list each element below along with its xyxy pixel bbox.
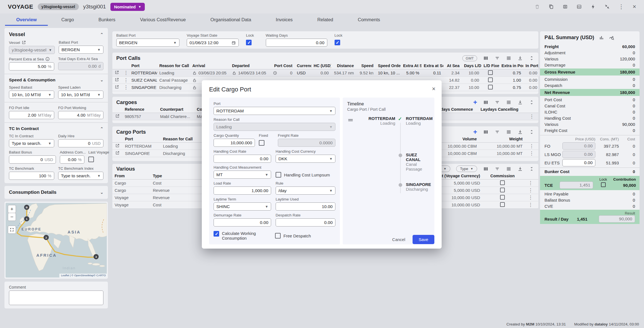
col-port-cost[interactable]: Port Cost: [271, 62, 295, 69]
columns-icon[interactable]: [483, 100, 489, 105]
laytime-used-input[interactable]: 10.00: [276, 202, 335, 211]
open-row-icon[interactable]: [115, 85, 119, 89]
row-density-icon[interactable]: [506, 100, 512, 105]
row-menu-icon[interactable]: ⋮: [529, 143, 534, 149]
columns-icon[interactable]: [483, 166, 489, 172]
fixed-checkbox[interactable]: [259, 140, 264, 146]
ld-fixed-checkbox[interactable]: [488, 70, 493, 75]
lock-icon[interactable]: [192, 71, 197, 75]
port-select[interactable]: ROTTERDAM▼: [214, 107, 335, 115]
expand-chevron-icon[interactable]: ⌄: [100, 190, 103, 195]
col-arrival[interactable]: Arrival: [190, 62, 230, 69]
handling-cost-measurement-select[interactable]: MT▼: [214, 171, 271, 179]
filter-icon[interactable]: [494, 166, 500, 172]
tc-benchmark-index-select[interactable]: Type to search.▼: [58, 172, 103, 180]
drag-handle[interactable]: [348, 118, 353, 122]
col-days-ld[interactable]: Days L/D: [462, 62, 481, 69]
tab-overview[interactable]: Overview: [4, 13, 49, 26]
map-zoom-in-button[interactable]: +: [8, 205, 16, 213]
row-menu-icon[interactable]: ⋮: [528, 202, 533, 207]
col-extra-at-s[interactable]: Extra At S...: [401, 62, 422, 69]
speed-ballast-select[interactable]: 10 kn, 10 MT/d▼: [9, 91, 54, 99]
map-canvas[interactable]: EUROPE ASIA AFRICA Indian B 1 2 3 Leafle…: [6, 203, 107, 278]
col-departed[interactable]: Departed: [230, 62, 271, 69]
line-chart-search-icon[interactable]: [609, 35, 614, 41]
open-in-new-icon[interactable]: [22, 40, 26, 45]
row-menu-icon[interactable]: ⋮: [124, 77, 128, 83]
tab-bunkers[interactable]: Bunkers: [86, 13, 128, 26]
col-distance[interactable]: Distance: [331, 62, 356, 69]
col-extra-at-sea[interactable]: Extra at Sea: [422, 62, 443, 69]
filter-icon[interactable]: [494, 100, 500, 105]
table-row[interactable]: ⋮ ROTTERDAM Loading 03/06/23 20:05 14/06…: [112, 69, 539, 77]
row-menu-icon[interactable]: ⋮: [528, 188, 533, 193]
col-port[interactable]: Port: [123, 136, 161, 143]
lock-icon[interactable]: [232, 71, 236, 75]
open-row-icon[interactable]: [115, 143, 120, 148]
close-icon[interactable]: ×: [432, 85, 435, 93]
tab-comments[interactable]: Comments: [345, 13, 392, 26]
timeline-item[interactable]: ROTTERDAM Loading: [406, 116, 433, 126]
tab-invoices[interactable]: Invoices: [264, 13, 305, 26]
calendar-icon[interactable]: [231, 41, 236, 45]
download-icon[interactable]: [517, 166, 523, 172]
last-voyage-checkbox[interactable]: [88, 157, 94, 162]
add-cargo-button[interactable]: +: [473, 100, 477, 105]
flash-icon[interactable]: [590, 4, 596, 10]
open-row-icon[interactable]: [115, 114, 120, 118]
col-speed-order[interactable]: Speed Order%: [376, 62, 401, 69]
filter-icon[interactable]: [494, 129, 500, 135]
save-button[interactable]: Save: [413, 235, 434, 244]
tab-organisational-data[interactable]: Organisational Data: [198, 13, 264, 26]
open-row-icon[interactable]: [115, 77, 119, 82]
map-zoom-out-button[interactable]: −: [8, 213, 16, 221]
load-rate-input[interactable]: 1,000.00: [214, 187, 271, 195]
timeline-item[interactable]: SINGAPORE Discharging: [406, 182, 431, 192]
despatch-rate-input[interactable]: 0.00: [276, 218, 335, 226]
col-counterpart[interactable]: Counterpart: [158, 106, 195, 113]
columns-icon[interactable]: [483, 129, 489, 135]
daily-hire-input[interactable]: 0USD: [58, 139, 103, 147]
tab-various-cost-revenue[interactable]: Various Cost/Revenue: [128, 13, 198, 26]
col-weight[interactable]: Weight: [479, 136, 525, 143]
handling-cost-lumpsum-checkbox[interactable]: [276, 172, 281, 178]
timeline-item[interactable]: SUEZ CANAL Canal Passage: [406, 152, 430, 171]
compare-icon[interactable]: [562, 4, 568, 10]
row-menu-icon[interactable]: ⋮: [124, 85, 128, 90]
download-icon[interactable]: [517, 55, 523, 61]
voyage-start-date-input[interactable]: 01/06/23 12:00: [187, 39, 239, 47]
percent-extra-input[interactable]: 5.00%: [9, 62, 54, 70]
tab-cargo[interactable]: Cargo: [49, 13, 86, 26]
copy-icon[interactable]: [548, 4, 554, 10]
tab-related[interactable]: Related: [305, 13, 345, 26]
date-lock-checkbox[interactable]: [246, 40, 252, 45]
cargo-quantity-input[interactable]: 10,000.000: [214, 139, 255, 147]
tc-contract-select[interactable]: Type to search.▼: [9, 139, 54, 147]
bar-chart-icon[interactable]: [599, 35, 604, 41]
col-laydays-cancelling[interactable]: Laydays Cancelling: [478, 106, 525, 113]
collapse-chevrons-icon[interactable]: [529, 166, 534, 172]
ld-fixed-checkbox[interactable]: [488, 85, 493, 89]
status-dropdown[interactable]: Nominated▼: [110, 3, 145, 11]
col-type[interactable]: Type: [151, 173, 203, 180]
row-density-icon[interactable]: [506, 129, 512, 135]
tce-lock-checkbox[interactable]: [601, 182, 606, 187]
gmt-toggle[interactable]: GMT: [462, 55, 477, 61]
row-menu-icon[interactable]: ⋮: [528, 195, 533, 200]
tc-benchmark-input[interactable]: 100%: [9, 172, 54, 180]
row-density-icon[interactable]: [506, 55, 512, 61]
euets-price-input[interactable]: 0.00: [562, 159, 595, 166]
address-commission-input[interactable]: 0.00%: [60, 155, 84, 164]
history-clock-icon[interactable]: [273, 71, 277, 75]
row-menu-icon[interactable]: ⋮: [529, 114, 534, 119]
col-hc[interactable]: HC (USD): [311, 62, 331, 69]
commission-checkbox[interactable]: [500, 202, 505, 207]
open-row-icon[interactable]: [115, 70, 119, 75]
lock-icon[interactable]: [192, 78, 197, 82]
col-commission[interactable]: Commission: [482, 173, 523, 180]
timeline-source-item[interactable]: ROTTERDAM Loading: [356, 116, 395, 126]
ballast-port-select[interactable]: BERGEN▼: [116, 39, 179, 47]
handling-cost-rate-input[interactable]: 0.00: [214, 155, 271, 163]
open-row-icon[interactable]: [115, 151, 120, 155]
laytime-term-select[interactable]: SHINC▼: [214, 202, 271, 211]
